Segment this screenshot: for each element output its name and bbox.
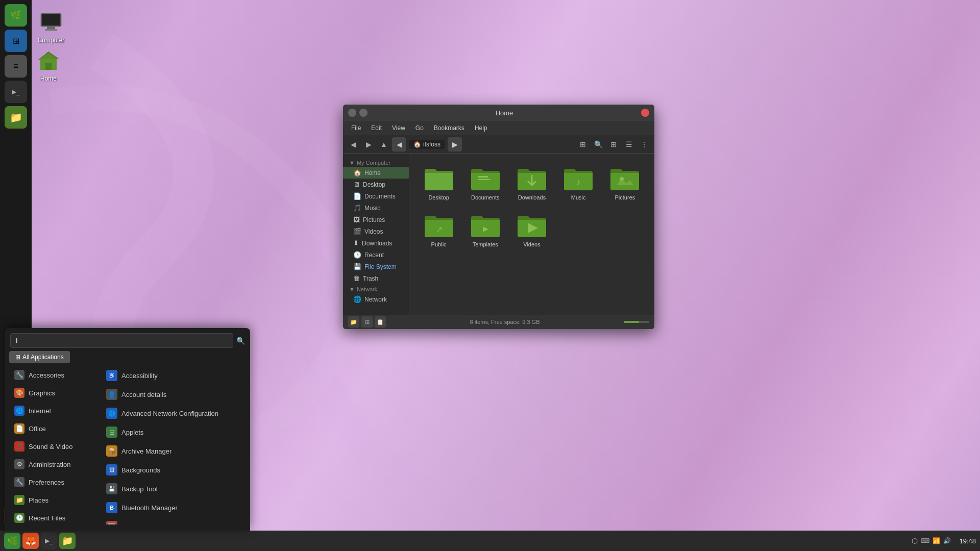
pictures-folder-icon (609, 166, 640, 191)
desktop-folder-icon (424, 166, 454, 191)
taskbar-mint-button[interactable]: 🌿 (4, 533, 20, 549)
zoom-fill (624, 321, 639, 323)
backgrounds-icon: 🖼 (106, 464, 117, 475)
zoom-in-button[interactable]: ⊞ (576, 137, 590, 152)
my-computer-header[interactable]: ▼ My Computer (343, 158, 409, 167)
more-button[interactable]: ⋮ (637, 137, 651, 152)
app-applets[interactable]: ⊞ Applets (101, 423, 246, 441)
nav-desktop[interactable]: 🖥 Desktop (343, 179, 409, 190)
back-button[interactable]: ◀ (346, 137, 360, 152)
svg-rect-7 (478, 179, 491, 180)
cat-recent-files[interactable]: 🕒 Recent Files (9, 509, 101, 527)
cat-internet[interactable]: 🌐 Internet (9, 402, 101, 419)
svg-text:↗: ↗ (435, 225, 442, 234)
search-bar: 🔍 (5, 328, 250, 351)
nav-filesystem[interactable]: 💾 File System (343, 261, 409, 272)
sidebar-mint-icon[interactable]: 🌿 (5, 4, 27, 27)
path-bar: 🏠 itsfoss (409, 140, 445, 149)
toolbar-right: ⊞ 🔍 ⊞ ☰ ⋮ (576, 137, 651, 152)
forward-button[interactable]: ▶ (361, 137, 376, 152)
cat-accessories[interactable]: 🔧 Accessories (9, 366, 101, 384)
menu-categories: ⊞ All Applications (5, 351, 250, 366)
list-view-button[interactable]: ☰ (622, 137, 636, 152)
folder-documents[interactable]: Documents (464, 162, 506, 205)
documents-folder-icon (470, 166, 501, 191)
all-apps-button[interactable]: ⊞ All Applications (9, 351, 70, 363)
icon-view-button[interactable]: ⊞ (606, 137, 621, 152)
folder-public[interactable]: ↗ Public (418, 209, 460, 252)
expand-network-icon: ▼ (349, 286, 355, 292)
cat-office[interactable]: 📄 Office (9, 420, 101, 437)
search-input[interactable] (10, 333, 233, 348)
nav-trash[interactable]: 🗑 Trash (343, 272, 409, 284)
taskbar-files-button[interactable]: 📁 (59, 533, 76, 549)
up-button[interactable]: ▲ (377, 137, 391, 152)
nav-pictures[interactable]: 🖼 Pictures (343, 214, 409, 226)
prev-path-button[interactable]: ◀ (392, 137, 406, 152)
menu-help[interactable]: Help (471, 123, 492, 133)
cat-administration[interactable]: ⚙ Administration (9, 456, 101, 473)
documents-nav-icon: 📄 (353, 192, 361, 200)
videos-nav-icon: 🎬 (353, 228, 361, 235)
zoom-track[interactable] (624, 321, 649, 323)
nav-downloads[interactable]: ⬇ Downloads (343, 237, 409, 249)
properties-button[interactable]: 📋 (375, 316, 386, 328)
nav-documents[interactable]: 📄 Documents (343, 190, 409, 202)
window-minimize-button[interactable]: – (348, 109, 356, 117)
network-header[interactable]: ▼ Network (343, 284, 409, 293)
nav-videos[interactable]: 🎬 Videos (343, 226, 409, 237)
path-text: itsfoss (423, 141, 440, 148)
next-path-button[interactable]: ▶ (448, 137, 462, 152)
app-accessibility[interactable]: ♿ Accessibility (101, 366, 246, 385)
cat-preferences[interactable]: 🔧 Preferences (9, 473, 101, 491)
videos-folder-label: Videos (523, 241, 540, 247)
folder-music[interactable]: ♪ Music (557, 162, 600, 205)
graphics-icon: 🎨 (14, 388, 24, 398)
cat-graphics[interactable]: 🎨 Graphics (9, 384, 101, 402)
sidebar-apps-icon[interactable]: ⊞ (5, 30, 27, 52)
documents-folder-label: Documents (471, 194, 500, 201)
window-maximize-button[interactable]: □ (359, 109, 368, 117)
folder-downloads[interactable]: Downloads (510, 162, 553, 205)
app-archive-manager[interactable]: 📦 Archive Manager (101, 442, 246, 460)
app-calculator[interactable]: 🔢 Calculator (101, 517, 246, 524)
recent-nav-icon: 🕒 (353, 251, 361, 259)
sidebar-terminal-icon[interactable]: ▶_ (5, 81, 27, 103)
cat-places[interactable]: 📁 Places (9, 491, 101, 509)
file-manager-titlebar: – □ Home ✕ (343, 105, 654, 121)
menu-view[interactable]: View (388, 123, 409, 133)
folder-pictures[interactable]: Pictures (604, 162, 646, 205)
folder-desktop[interactable]: Desktop (418, 162, 460, 205)
nav-music[interactable]: 🎵 Music (343, 202, 409, 214)
svg-rect-6 (478, 176, 488, 178)
left-categories: 🔧 Accessories 🎨 Graphics 🌐 Internet 📄 Of… (9, 366, 101, 527)
search-button[interactable]: 🔍 (236, 337, 245, 345)
menu-file[interactable]: File (347, 123, 365, 133)
preferences-icon: 🔧 (14, 477, 24, 487)
window-close-button[interactable]: ✕ (641, 109, 649, 117)
menu-edit[interactable]: Edit (367, 123, 386, 133)
folder-templates[interactable]: ▶ Templates (464, 209, 506, 252)
app-menu: 🔍 ⊞ All Applications 🔧 Accessories 🎨 Gra… (5, 328, 250, 531)
zoom-bar (624, 321, 649, 323)
taskbar-firefox-button[interactable]: 🦊 (22, 533, 39, 549)
taskbar-terminal-button[interactable]: ▶_ (41, 533, 57, 549)
app-advanced-network[interactable]: 🌐 Advanced Network Configuration (101, 404, 246, 422)
menu-go[interactable]: Go (411, 123, 428, 133)
nav-home[interactable]: 🏠 Home (343, 167, 409, 179)
trash-nav-icon: 🗑 (353, 274, 360, 282)
nav-recent[interactable]: 🕒 Recent (343, 249, 409, 261)
nav-network[interactable]: 🌐 Network (343, 293, 409, 305)
sidebar-folder-icon[interactable]: 📁 (5, 106, 27, 129)
sidebar-stack-icon[interactable]: ≡ (5, 55, 27, 78)
app-bluetooth-manager[interactable]: B Bluetooth Manager (101, 498, 246, 517)
open-terminal-button[interactable]: 📁 (348, 316, 359, 328)
search-button[interactable]: 🔍 (591, 137, 605, 152)
folder-videos[interactable]: Videos (510, 209, 553, 252)
app-account-details[interactable]: 👤 Account details (101, 385, 246, 404)
cat-sound-video[interactable]: 🎵 Sound & Video (9, 438, 101, 455)
app-backup-tool[interactable]: 💾 Backup Tool (101, 480, 246, 498)
toggle-view-button[interactable]: ⊞ (361, 316, 373, 328)
app-backgrounds[interactable]: 🖼 Backgrounds (101, 461, 246, 479)
menu-bookmarks[interactable]: Bookmarks (430, 123, 469, 133)
